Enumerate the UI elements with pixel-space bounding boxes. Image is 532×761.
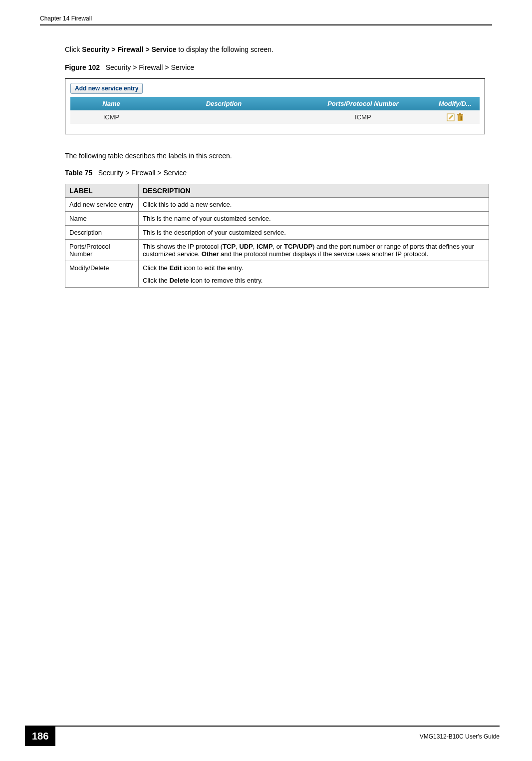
table-caption-text: Security > Firewall > Service: [98, 169, 187, 177]
t3-b1: TCP: [223, 243, 236, 250]
row-desc: Click this to add a new service.: [139, 197, 489, 211]
screenshot: Add new service entry Name Description P…: [65, 78, 485, 134]
t3-c5: and the protocol number displays if the …: [219, 250, 428, 258]
p1-pre: Click the: [143, 264, 169, 272]
chapter-header: Chapter 14 Firewall: [40, 15, 492, 22]
svg-rect-2: [457, 114, 463, 115]
header-divider: [40, 24, 492, 25]
table-label: Table 75: [65, 169, 92, 177]
below-figure-text: The following table describes the labels…: [65, 152, 492, 160]
t3-b4: TCP/UDP: [284, 243, 312, 250]
page-footer: 186 VMG1312-B10C User's Guide: [0, 726, 532, 746]
row-label: Name: [65, 211, 139, 225]
cell-name: ICMP: [70, 110, 152, 124]
row-desc: This is the description of your customiz…: [139, 225, 489, 239]
intro-prefix: Click: [65, 45, 82, 53]
p1-b: Edit: [169, 264, 182, 272]
row-desc: This is the name of your customized serv…: [139, 211, 489, 225]
svg-rect-3: [459, 113, 461, 114]
service-table-header-row: Name Description Ports/Protocol Number M…: [70, 97, 480, 110]
table-row: Ports/Protocol Number This shows the IP …: [65, 239, 489, 261]
cell-ports: ICMP: [295, 110, 431, 124]
table-row: Description This is the description of y…: [65, 225, 489, 239]
row-label: Modify/Delete: [65, 261, 139, 287]
guide-name: VMG1312-B10C User's Guide: [420, 733, 500, 740]
cell-description: [152, 110, 295, 124]
col-description: Description: [152, 97, 295, 110]
p1-post: icon to edit the entry.: [182, 264, 243, 272]
t3-b5: Other: [202, 250, 219, 258]
table-row: Modify/Delete Click the Edit icon to edi…: [65, 261, 489, 287]
t3-b3: ICMP: [257, 243, 273, 250]
table-row: Name This is the name of your customized…: [65, 211, 489, 225]
desc-header-desc: DESCRIPTION: [139, 184, 489, 197]
modify-delete-para: Click the Delete icon to remove this ent…: [143, 277, 485, 284]
row-label: Add new service entry: [65, 197, 139, 211]
p2-b: Delete: [169, 277, 189, 284]
p2-post: icon to remove this entry.: [189, 277, 263, 284]
t3-c2: ,: [253, 243, 257, 250]
t3-b2: UDP: [239, 243, 253, 250]
table-row: Add new service entry Click this to add …: [65, 197, 489, 211]
add-service-button[interactable]: Add new service entry: [70, 83, 143, 94]
edit-icon[interactable]: [447, 113, 457, 120]
description-table: LABEL DESCRIPTION Add new service entry …: [65, 184, 489, 288]
delete-icon[interactable]: [457, 113, 464, 120]
intro-path: Security > Firewall > Service: [82, 45, 176, 53]
table-row: ICMP ICMP: [70, 110, 480, 124]
cell-modify: [431, 110, 480, 124]
figure-caption: Figure 102 Security > Firewall > Service: [65, 63, 492, 71]
row-label: Ports/Protocol Number: [65, 239, 139, 261]
intro-paragraph: Click Security > Firewall > Service to d…: [65, 45, 492, 53]
row-desc: Click the Edit icon to edit the entry. C…: [139, 261, 489, 287]
table-caption: Table 75 Security > Firewall > Service: [65, 169, 492, 177]
col-name: Name: [70, 97, 152, 110]
col-ports: Ports/Protocol Number: [295, 97, 431, 110]
row-desc: This shows the IP protocol (TCP, UDP, IC…: [139, 239, 489, 261]
intro-suffix: to display the following screen.: [176, 45, 273, 53]
service-table: Name Description Ports/Protocol Number M…: [70, 97, 480, 124]
desc-header-label: LABEL: [65, 184, 139, 197]
p2-pre: Click the: [143, 277, 169, 284]
t3-pre: This shows the IP protocol (: [143, 243, 223, 250]
t3-c3: , or: [273, 243, 284, 250]
col-modify: Modify/D...: [431, 97, 480, 110]
page-number: 186: [25, 727, 55, 746]
figure-caption-text: Security > Firewall > Service: [106, 63, 194, 71]
row-label: Description: [65, 225, 139, 239]
figure-label: Figure 102: [65, 63, 100, 71]
modify-edit-para: Click the Edit icon to edit the entry.: [143, 264, 485, 272]
desc-table-header-row: LABEL DESCRIPTION: [65, 184, 489, 197]
